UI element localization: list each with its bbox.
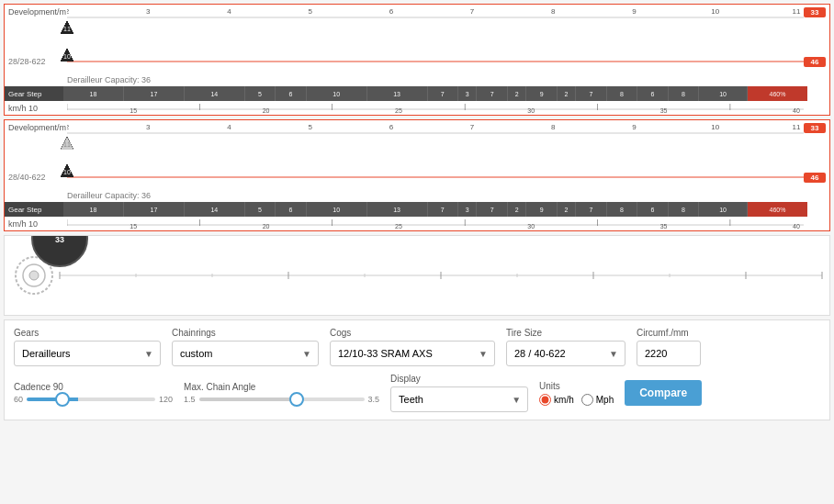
svg-text:10: 10: [63, 169, 71, 175]
circumf-input[interactable]: 2220: [637, 341, 701, 366]
svg-text:40: 40: [793, 107, 800, 114]
chart1-derailleur-label: Derailleur Capacity: 36: [5, 74, 829, 85]
display-select-wrapper: Teeth Development Gear Ratio ▼: [390, 386, 528, 412]
svg-text:2: 2: [67, 123, 70, 131]
svg-point-144: [29, 271, 39, 280]
chart1-bike-row: 28/28-622 28 28 24 21 19 17 15 14 13 12 …: [5, 49, 829, 74]
circumf-label: Circumf./mm: [637, 328, 701, 338]
chainrings-select-wrapper: custom standard ▼: [172, 341, 319, 366]
svg-text:15: 15: [130, 107, 137, 114]
svg-text:25: 25: [395, 107, 402, 114]
svg-text:|: |: [332, 218, 333, 226]
tire-control-group: Tire Size 28 / 40-622 25 / 40-622 32 / 4…: [506, 328, 626, 366]
svg-text:|: |: [464, 103, 466, 110]
svg-text:7: 7: [470, 123, 475, 131]
controls-row-1: Gears Derailleurs Single Speed Internal …: [14, 328, 820, 366]
compare-button[interactable]: Compare: [625, 380, 702, 406]
gear-step-label: Gear Step: [5, 86, 63, 101]
svg-text:30: 30: [527, 107, 535, 114]
chain-angle-control-group: Max. Chain Angle 1.5 3.5: [184, 382, 379, 404]
svg-text:|: |: [198, 103, 200, 110]
svg-text:33: 33: [55, 235, 64, 244]
svg-text:|: |: [332, 103, 333, 110]
svg-text:11: 11: [793, 7, 801, 16]
svg-text:9: 9: [632, 7, 637, 16]
chain-angle-slider-row: 1.5 3.5: [184, 395, 379, 404]
units-control-group: Units km/h Mph: [539, 381, 614, 406]
svg-text:20: 20: [263, 107, 270, 114]
svg-text:2: 2: [67, 7, 70, 16]
svg-text:|: |: [597, 103, 599, 110]
units-kmh-radio[interactable]: [539, 394, 551, 406]
svg-text:3: 3: [146, 123, 151, 131]
chain-angle-label: Max. Chain Angle: [184, 382, 379, 392]
svg-text:40: 40: [793, 223, 800, 230]
cadence-slider[interactable]: [27, 398, 155, 401]
svg-text:20: 20: [263, 223, 270, 230]
display-select[interactable]: Teeth Development Gear Ratio: [390, 386, 528, 412]
svg-text:6: 6: [389, 7, 394, 16]
tire-select[interactable]: 28 / 40-622 25 / 40-622 32 / 40-622: [506, 341, 626, 366]
gears-label: Gears: [14, 328, 161, 338]
cadence-slider-row: 60 120: [14, 395, 173, 404]
svg-text:7: 7: [470, 7, 475, 16]
svg-text:5: 5: [308, 123, 312, 131]
units-label: Units: [539, 381, 614, 391]
chart1-ruler-top: 2 3 4 5 6 7 8 9 10 11: [67, 5, 804, 19]
chart2-gear-step-row: Gear Step 18 17 14 5 6 10 13 7 3 7 2 9 2…: [5, 202, 829, 217]
chart2-wrapper: Development/m 2 3 4 5 6 7 8 9 10 11 33: [4, 119, 830, 231]
chart2-speed-row: km/h 10 | 15 | 20 | 25 | 30 | 35 | 40: [5, 218, 829, 230]
chainrings-label: Chainrings: [172, 328, 319, 338]
chart2-bike-row: 28/40-622 28 28 24 21 19 17 15 14 13 12 …: [5, 164, 829, 190]
svg-text:6: 6: [389, 123, 394, 131]
chain-angle-slider[interactable]: [199, 398, 365, 401]
svg-text:|: |: [729, 103, 731, 110]
chart2-ruler-top: 2 3 4 5 6 7 8 9 10 11: [67, 120, 804, 135]
svg-text:|: |: [729, 218, 731, 226]
gears-select[interactable]: Derailleurs Single Speed Internal Hub: [14, 341, 161, 366]
svg-text:10: 10: [711, 123, 719, 131]
svg-text:10: 10: [63, 53, 71, 60]
svg-text:|: |: [464, 218, 466, 226]
tire-label: Tire Size: [506, 328, 626, 338]
chart2-dev-label: Development/m: [8, 123, 67, 132]
cogs-select-wrapper: 12/10-33 SRAM AXS 11/11-34 10/11-42 ▼: [330, 341, 495, 366]
compare-btn-wrapper: Compare: [625, 380, 702, 406]
svg-text:35: 35: [660, 223, 668, 230]
gears-select-wrapper: Derailleurs Single Speed Internal Hub ▼: [14, 341, 161, 366]
svg-text:25: 25: [395, 223, 402, 230]
svg-text:|: |: [198, 218, 200, 226]
cogs-label: Cogs: [330, 328, 495, 338]
svg-text:30: 30: [527, 223, 535, 230]
cadence-control-group: Cadence 90 60 120: [14, 382, 173, 404]
svg-text:|: |: [597, 218, 599, 226]
cogs-control-group: Cogs 12/10-33 SRAM AXS 11/11-34 10/11-42…: [330, 328, 495, 366]
svg-text:4: 4: [227, 123, 231, 131]
chart2-top-gears-row: 33 28 24 21 19 17 15 14 13 12 11: [5, 135, 829, 164]
svg-text:35: 35: [660, 107, 668, 114]
units-kmh-option[interactable]: km/h: [539, 394, 574, 406]
chart1-top-badge: 33: [804, 7, 826, 17]
chart2-bike-label: 28/40-622: [8, 173, 67, 182]
tire-select-wrapper: 28 / 40-622 25 / 40-622 32 / 40-622 ▼: [506, 341, 626, 366]
cadence-max: 120: [159, 395, 173, 404]
units-mph-label: Mph: [596, 395, 614, 405]
cogs-select[interactable]: 12/10-33 SRAM AXS 11/11-34 10/11-42: [330, 341, 495, 366]
svg-text:11: 11: [63, 26, 71, 32]
svg-text:5: 5: [308, 7, 312, 16]
circumf-control-group: Circumf./mm 2220: [637, 328, 701, 366]
units-mph-option[interactable]: Mph: [581, 394, 614, 406]
display-control-group: Display Teeth Development Gear Ratio ▼: [390, 374, 528, 412]
chart1-bike-label: 28/28-622: [8, 57, 67, 66]
svg-text:4: 4: [227, 7, 231, 16]
main-container: Development/m 2 3 4 5 6 7 8 9 10 11: [0, 0, 834, 424]
chart1-speed-row: km/h 10 | 15 | 20 | 25 | 30 | 35 | 40: [5, 102, 829, 115]
controls-row-2: Cadence 90 60 120 Max. Chain Angle 1.5 3…: [14, 374, 820, 412]
chainrings-select[interactable]: custom standard: [172, 341, 319, 366]
chainrings-control-group: Chainrings custom standard ▼: [172, 328, 319, 366]
units-mph-radio[interactable]: [581, 394, 593, 406]
gear-visual-section: 33 46 16 14: [4, 235, 830, 316]
svg-text:10: 10: [711, 7, 719, 16]
units-radio-group: km/h Mph: [539, 394, 614, 406]
cadence-min: 60: [14, 395, 23, 404]
